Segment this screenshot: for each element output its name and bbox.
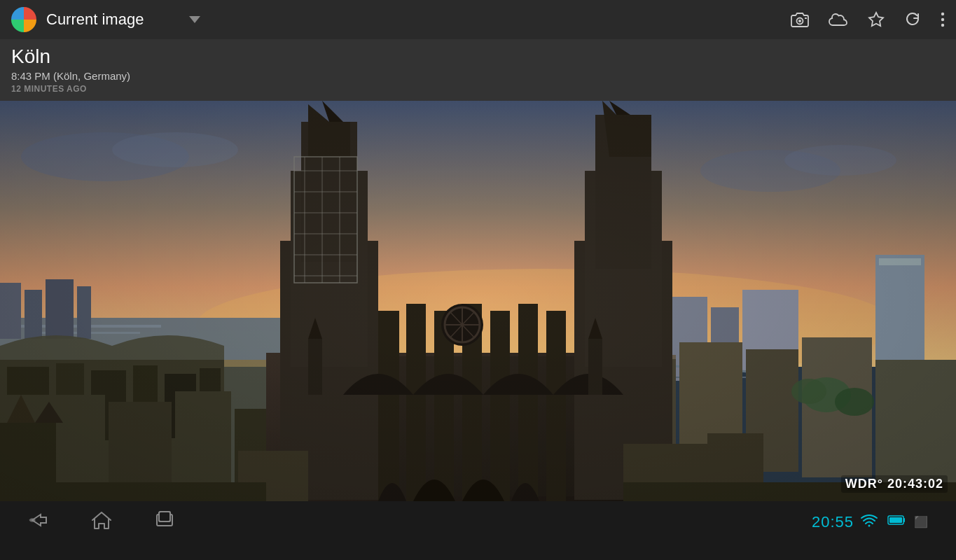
time-ago: 12 MINUTES AGO: [11, 84, 945, 94]
dropdown-arrow-icon: [189, 16, 200, 23]
battery-icon: [887, 514, 906, 530]
app-title: Current image: [46, 10, 144, 29]
svg-rect-96: [159, 512, 170, 522]
nav-icons: [28, 510, 175, 534]
svg-rect-100: [903, 518, 905, 522]
system-time: 20:55: [812, 513, 854, 531]
refresh-button[interactable]: [904, 11, 921, 28]
svg-point-1: [798, 20, 801, 22]
svg-point-98: [868, 525, 871, 527]
app-logo: [11, 7, 36, 32]
webcam-image-container: WDR° 20:43:02: [0, 101, 956, 501]
wifi-icon: [861, 513, 878, 531]
system-status: 20:55 ⬛: [812, 513, 928, 531]
cloud-button[interactable]: [829, 13, 848, 27]
svg-point-3: [941, 13, 944, 15]
info-bar: Köln 8:43 PM (Köln, Germany) 12 MINUTES …: [0, 39, 956, 101]
top-bar: Current image: [0, 0, 956, 39]
image-watermark: WDR° 20:43:02: [841, 475, 948, 493]
back-button[interactable]: [28, 512, 49, 533]
time-location: 8:43 PM (Köln, Germany): [11, 70, 945, 82]
battery-percent: ⬛: [914, 515, 928, 528]
city-name: Köln: [11, 45, 945, 69]
more-menu-button[interactable]: [941, 11, 945, 28]
recents-button[interactable]: [154, 510, 175, 534]
svg-rect-101: [889, 517, 902, 523]
svg-rect-2: [805, 18, 807, 19]
screenshot-button[interactable]: [791, 12, 809, 27]
svg-point-5: [941, 24, 944, 27]
svg-point-4: [941, 18, 944, 21]
top-bar-actions: [791, 11, 945, 28]
bottom-bar: 20:55 ⬛: [0, 501, 956, 543]
webcam-scene-svg: [0, 101, 956, 501]
favorite-button[interactable]: [868, 11, 885, 28]
svg-rect-94: [0, 101, 956, 501]
home-button[interactable]: [91, 510, 112, 534]
